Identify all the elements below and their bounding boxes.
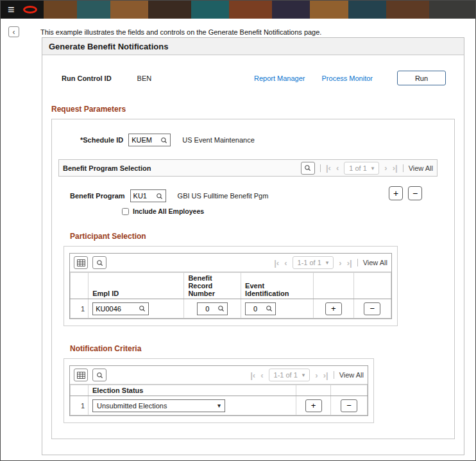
add-row-button[interactable]: + [325,302,342,315]
nav-prev-icon[interactable]: ‹ [336,164,339,172]
nav-prev-icon[interactable]: ‹ [260,371,263,379]
run-button[interactable]: Run [397,71,446,85]
chevron-down-icon: ▾ [326,259,329,266]
search-icon[interactable] [217,305,225,312]
participant-table: Empl ID Benefit Record Number Event Iden… [70,272,391,318]
row-number: 1 [71,299,89,318]
add-column-header [314,273,354,299]
process-monitor-link[interactable]: Process Monitor [322,74,373,82]
pagination-value: 1-1 of 1 [298,259,321,266]
grid-actions-button[interactable] [74,256,88,269]
schedule-id-row: *Schedule ID US Event Maintenance [80,134,454,146]
add-row-button[interactable]: + [389,186,403,200]
pagination-select[interactable]: 1-1 of 1 ▾ [269,369,310,381]
notification-grid: |‹ ‹ 1-1 of 1 ▾ › ›| View All [69,365,368,416]
nav-last-icon[interactable]: ›| [323,371,328,379]
notification-criteria-group: |‹ ‹ 1-1 of 1 ▾ › ›| View All [64,358,374,423]
participant-selection-group: |‹ ‹ 1-1 of 1 ▾ › ›| View All [64,246,398,326]
event-identification-input[interactable] [248,305,262,313]
election-status-select[interactable]: Unsubmitted Elections ▾ [92,399,225,412]
benefit-program-input[interactable] [133,192,153,200]
benefit-record-number-input[interactable] [200,305,214,313]
main-panel: Generate Benefit Notifications Run Contr… [42,37,464,455]
run-control-id-value: BEN [137,74,152,82]
empl-id-input[interactable] [96,305,135,313]
remove-column-header [353,273,391,299]
search-icon[interactable] [139,305,146,312]
election-status-cell: Unsubmitted Elections ▾ [89,396,296,415]
back-button[interactable]: ‹ [8,26,19,37]
search-button[interactable] [92,256,106,269]
participant-grid: |‹ ‹ 1-1 of 1 ▾ › ›| View All [69,253,392,319]
view-all-link[interactable]: View All [363,259,387,266]
process-links: Report Manager Process Monitor [254,74,373,82]
nav-last-icon[interactable]: ›| [393,164,398,172]
back-icon: ‹ [13,28,15,37]
divider [320,164,321,172]
view-all-link[interactable]: View All [409,164,433,172]
remove-row-button[interactable]: − [408,186,422,200]
event-identification-lookup [245,302,276,315]
nav-last-icon[interactable]: ›| [347,259,352,267]
pagination-select[interactable]: 1-1 of 1 ▾ [293,256,334,269]
divider [334,371,334,379]
schedule-id-label: *Schedule ID [80,136,123,144]
participant-grid-navigation: |‹ ‹ 1-1 of 1 ▾ › ›| View All [274,256,387,269]
pagination-select[interactable]: 1 of 1 ▾ [344,162,379,175]
benefit-program-selection-bar: Benefit Program Selection |‹ ‹ 1 of 1 ▾ … [58,159,438,177]
benefit-program-label: Benefit Program [70,192,125,200]
pagination-value: 1 of 1 [349,164,367,172]
view-all-link[interactable]: View All [339,371,364,379]
nav-next-icon[interactable]: › [384,164,387,172]
schedule-id-lookup [128,134,171,146]
benefit-program-selection-title: Benefit Program Selection [63,164,151,172]
chevron-down-icon: ▾ [217,402,221,409]
election-status-header: Election Status [89,385,296,396]
row-number-header [71,273,89,299]
nav-next-icon[interactable]: › [315,371,318,379]
remove-row-button[interactable]: − [364,302,380,315]
empl-id-lookup [92,302,149,315]
divider [403,164,404,172]
intro-text: This example illustrates the fields and … [40,28,321,36]
empl-id-cell [89,299,184,318]
benefit-record-number-header: Benefit Record Number [184,273,241,299]
nav-first-icon[interactable]: |‹ [250,371,255,379]
include-all-employees-label: Include All Employees [133,207,204,215]
nav-first-icon[interactable]: |‹ [326,164,331,172]
nav-first-icon[interactable]: |‹ [274,259,279,267]
include-all-employees-checkbox[interactable] [122,208,129,215]
search-icon[interactable] [160,137,167,144]
remove-row-button[interactable]: − [341,399,357,412]
remove-column-header [331,385,368,396]
remove-cell: − [353,299,391,318]
row-add-remove-group: + − [389,186,422,200]
add-row-button[interactable]: + [305,399,322,412]
add-cell: + [296,396,331,415]
chevron-down-icon: ▾ [371,165,375,171]
schedule-id-input[interactable] [132,136,157,144]
divider [357,259,358,266]
nav-prev-icon[interactable]: ‹ [284,259,287,267]
add-column-header [296,385,331,396]
benefit-record-number-lookup [197,302,228,315]
hamburger-menu-icon[interactable]: ≡ [8,4,15,15]
participant-selection-heading: Participant Selection [70,232,454,241]
search-button[interactable] [301,162,315,175]
notification-criteria-heading: Notification Criteria [70,344,454,353]
include-all-employees-row: Include All Employees [122,207,454,215]
search-icon[interactable] [266,305,273,312]
table-row: 1 [71,299,391,318]
event-identification-header: Event Identification [241,273,314,299]
nav-next-icon[interactable]: › [339,259,341,267]
row-number-header [71,385,89,396]
search-icon[interactable] [156,193,163,200]
participant-header-row: Empl ID Benefit Record Number Event Iden… [71,273,391,299]
notification-header-row: Election Status [71,385,368,396]
search-button[interactable] [92,369,106,381]
benefit-program-lookup [130,189,166,202]
empl-id-header: Empl ID [89,273,184,299]
report-manager-link[interactable]: Report Manager [254,74,305,82]
grid-actions-button[interactable] [74,369,88,381]
event-identification-cell [241,299,314,318]
